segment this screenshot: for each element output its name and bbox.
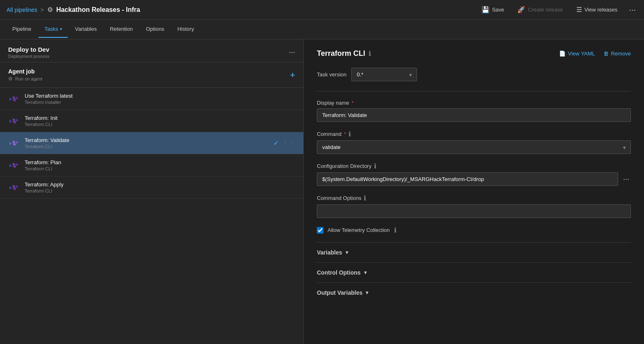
task-type: Terraform CLI [25, 122, 295, 127]
dir-more-button[interactable]: ··· [621, 173, 631, 185]
view-yaml-label: View YAML [568, 50, 595, 57]
control-options-header[interactable]: Control Options ▾ [317, 269, 631, 276]
task-icon-wrap [8, 138, 20, 149]
info-icon[interactable]: ℹ [348, 130, 351, 138]
variables-header[interactable]: Variables ▾ [317, 249, 631, 256]
tab-variables[interactable]: Variables [69, 21, 103, 38]
tab-options[interactable]: Options [140, 21, 170, 38]
deploy-header-left: Deploy to Dev Deployment process [8, 46, 49, 59]
deploy-title: Deploy to Dev [8, 46, 49, 53]
task-item[interactable]: Terraform: Apply Terraform CLI [0, 177, 303, 199]
variables-label: Variables [317, 249, 342, 256]
command-select[interactable]: validate init plan apply destroy [317, 140, 631, 154]
info-icon[interactable]: ℹ [394, 226, 396, 234]
svg-marker-9 [16, 140, 18, 144]
tab-history[interactable]: History [172, 21, 199, 38]
control-options-label: Control Options [317, 269, 361, 276]
more-options-button[interactable]: ··· [627, 3, 637, 16]
task-item[interactable]: Terraform: Init Terraform CLI [0, 110, 303, 132]
terraform-icon [9, 94, 18, 103]
telemetry-checkbox[interactable] [317, 227, 323, 234]
nav-tabs: Pipeline Tasks ▾ Variables Retention Opt… [0, 20, 644, 39]
deploy-header: Deploy to Dev Deployment process ··· [0, 39, 303, 62]
terraform-icon [9, 139, 18, 148]
save-icon: 💾 [481, 6, 490, 14]
create-release-button[interactable]: 🚀 Create release [514, 4, 566, 15]
command-options-label: Command Options ℹ [317, 194, 631, 202]
deploy-more-button[interactable]: ··· [289, 48, 295, 57]
save-button[interactable]: 💾 Save [478, 4, 508, 15]
display-name-input[interactable] [317, 108, 631, 122]
task-version-row: Task version 0.* 1.* 2.* ▾ [317, 68, 631, 81]
tab-pipeline[interactable]: Pipeline [7, 21, 37, 38]
task-item-active[interactable]: Terraform: Validate Terraform CLI ✓ ⋮⋮ [0, 132, 303, 154]
config-dir-label: Configuration Directory ℹ [317, 162, 631, 170]
task-list: Use Terraform latest Terraform Installer… [0, 88, 303, 199]
breadcrumb-link[interactable]: All pipelines [7, 7, 37, 13]
panel-title-row: Terraform CLI ℹ [317, 49, 371, 58]
deploy-subtitle: Deployment process [8, 54, 49, 59]
task-type: Terraform CLI [25, 144, 268, 149]
task-item[interactable]: Use Terraform latest Terraform Installer [0, 88, 303, 110]
agent-job-sub: ⚙ Run on agent [8, 76, 42, 82]
top-bar: All pipelines > ⚙ Hackathon Releases - I… [0, 0, 644, 20]
svg-marker-14 [9, 164, 12, 167]
config-dir-input[interactable] [317, 172, 618, 186]
panel-actions: 📄 View YAML 🗑 Remove [559, 50, 631, 57]
tab-tasks[interactable]: Tasks ▾ [39, 21, 67, 38]
remove-label: Remove [611, 50, 631, 57]
task-item[interactable]: Terraform: Plan Terraform CLI [0, 154, 303, 177]
telemetry-label: Allow Telemetry Collection [328, 227, 390, 233]
task-icon-wrap [8, 160, 20, 171]
pipeline-icon: ⚙ [47, 6, 53, 14]
task-type: Terraform CLI [25, 188, 295, 193]
task-info: Terraform: Plan Terraform CLI [25, 159, 295, 171]
variables-section: Variables ▾ [317, 242, 631, 262]
main-content: Deploy to Dev Deployment process ··· Age… [0, 39, 644, 344]
info-icon[interactable]: ℹ [364, 194, 366, 202]
view-releases-label: View releases [584, 7, 618, 13]
dir-input-wrap: ··· [317, 172, 631, 186]
trash-icon: 🗑 [603, 50, 609, 57]
drag-handle-icon[interactable]: ⋮⋮ [282, 139, 295, 147]
chevron-down-icon: ▾ [366, 290, 368, 296]
svg-marker-13 [16, 163, 18, 166]
command-group: Command * ℹ validate init plan apply des… [317, 130, 631, 154]
remove-button[interactable]: 🗑 Remove [603, 50, 631, 57]
tab-tasks-label: Tasks [44, 26, 58, 32]
command-options-group: Command Options ℹ [317, 194, 631, 218]
control-options-section: Control Options ▾ [317, 262, 631, 282]
agent-icon: ⚙ [8, 76, 13, 82]
task-check-icon: ✓ [273, 139, 279, 147]
output-variables-header[interactable]: Output Variables ▾ [317, 289, 631, 296]
task-type: Terraform CLI [25, 166, 295, 171]
output-variables-label: Output Variables [317, 289, 362, 296]
agent-job-info: Agent job ⚙ Run on agent [8, 68, 42, 82]
task-icon-wrap [8, 115, 20, 127]
view-yaml-button[interactable]: 📄 View YAML [559, 50, 595, 57]
task-icon-wrap [8, 182, 20, 193]
task-name: Use Terraform latest [25, 93, 295, 99]
command-options-input[interactable] [317, 204, 631, 218]
task-name: Terraform: Apply [25, 181, 295, 188]
info-icon[interactable]: ℹ [374, 162, 376, 170]
save-label: Save [492, 7, 504, 13]
task-version-label: Task version [317, 71, 346, 78]
command-label: Command * ℹ [317, 130, 631, 138]
config-dir-group: Configuration Directory ℹ ··· [317, 162, 631, 186]
chevron-down-icon: ▾ [60, 27, 62, 31]
required-star: * [352, 100, 354, 106]
tab-retention[interactable]: Retention [104, 21, 139, 38]
add-task-button[interactable]: + [290, 70, 295, 80]
telemetry-row: Allow Telemetry Collection ℹ [317, 226, 631, 234]
svg-marker-5 [16, 118, 18, 122]
output-variables-section: Output Variables ▾ [317, 282, 631, 303]
command-select-wrap: validate init plan apply destroy ▾ [317, 140, 631, 154]
tab-pipeline-label: Pipeline [12, 26, 31, 32]
info-icon[interactable]: ℹ [369, 50, 371, 57]
tab-variables-label: Variables [75, 26, 97, 32]
view-releases-button[interactable]: ☰ View releases [573, 4, 621, 15]
breadcrumb-sep: > [41, 7, 44, 13]
task-version-select[interactable]: 0.* 1.* 2.* [351, 68, 417, 81]
agent-job-title: Agent job [8, 68, 42, 75]
